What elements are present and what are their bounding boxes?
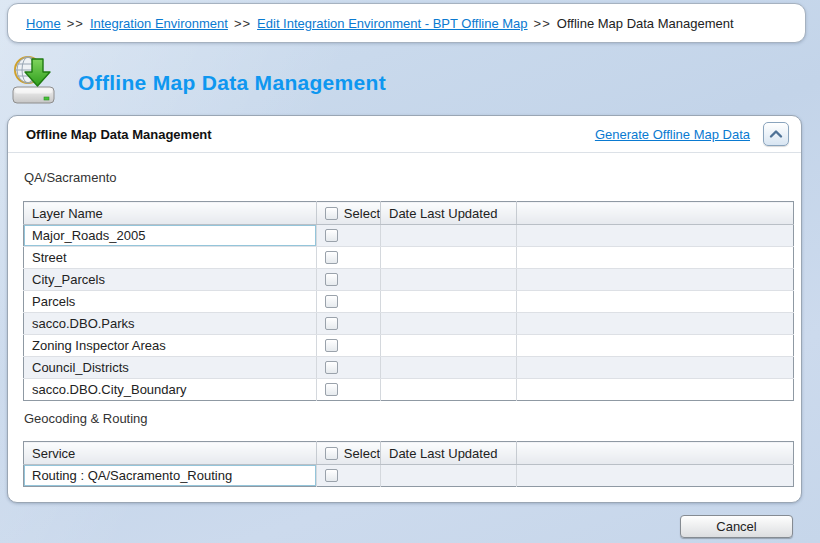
breadcrumb-link-edit-integration-environment[interactable]: Edit Integration Environment - BPT Offli… xyxy=(257,16,528,31)
empty-cell xyxy=(517,357,794,379)
table-row: Street xyxy=(24,247,794,269)
empty-cell xyxy=(517,269,794,291)
panel-title: Offline Map Data Management xyxy=(26,127,595,142)
table-row: City_Parcels xyxy=(24,269,794,291)
empty-cell xyxy=(517,225,794,247)
breadcrumb-link-integration-environment[interactable]: Integration Environment xyxy=(90,16,228,31)
breadcrumb-current-page: Offline Map Data Management xyxy=(557,16,734,31)
date-cell xyxy=(381,247,517,269)
date-cell xyxy=(381,379,517,401)
service-name-cell[interactable]: Routing : QA/Sacramento_Routing xyxy=(24,465,317,487)
layer-name-cell[interactable]: Major_Roads_2005 xyxy=(24,225,317,247)
empty-cell xyxy=(517,247,794,269)
select-cell xyxy=(317,291,381,313)
page-title: Offline Map Data Management xyxy=(78,71,386,95)
table-row: Parcels xyxy=(24,291,794,313)
layer-name-cell[interactable]: Council_Districts xyxy=(24,357,317,379)
layers-table: Layer Name Select Date Last Updated Majo… xyxy=(23,201,794,401)
layer-name-cell[interactable]: City_Parcels xyxy=(24,269,317,291)
table-row: sacco.DBO.City_Boundary xyxy=(24,379,794,401)
breadcrumb-separator: >> xyxy=(67,16,84,31)
column-header-service: Service xyxy=(24,442,317,465)
table-row: Major_Roads_2005 xyxy=(24,225,794,247)
empty-cell xyxy=(517,313,794,335)
panel-header: Offline Map Data Management Generate Off… xyxy=(8,116,801,153)
date-cell xyxy=(381,291,517,313)
date-cell xyxy=(381,335,517,357)
empty-cell xyxy=(517,465,794,487)
services-table: Service Select Date Last Updated Routing… xyxy=(23,441,794,487)
breadcrumb: Home >> Integration Environment >> Edit … xyxy=(7,3,806,43)
column-header-layer-name: Layer Name xyxy=(24,202,317,225)
section-label-qa-sacramento: QA/Sacramento xyxy=(24,170,786,185)
select-header-label: Select xyxy=(344,446,380,461)
column-header-date-last-updated: Date Last Updated xyxy=(381,202,517,225)
generate-offline-map-data-link[interactable]: Generate Offline Map Data xyxy=(595,127,750,142)
layer-name-cell[interactable]: sacco.DBO.Parks xyxy=(24,313,317,335)
select-cell xyxy=(317,247,381,269)
select-cell xyxy=(317,357,381,379)
select-header-label: Select xyxy=(344,206,380,221)
layer-name-cell[interactable]: sacco.DBO.City_Boundary xyxy=(24,379,317,401)
select-cell xyxy=(317,465,381,487)
column-header-select: Select xyxy=(317,442,381,465)
chevron-up-icon xyxy=(769,129,783,139)
row-select-checkbox[interactable] xyxy=(325,251,338,264)
row-select-checkbox[interactable] xyxy=(325,273,338,286)
offline-map-data-panel: Offline Map Data Management Generate Off… xyxy=(7,115,802,503)
column-header-empty xyxy=(517,442,794,465)
row-select-checkbox[interactable] xyxy=(325,229,338,242)
row-select-checkbox[interactable] xyxy=(325,295,338,308)
select-all-checkbox[interactable] xyxy=(325,207,338,220)
select-cell xyxy=(317,313,381,335)
row-select-checkbox[interactable] xyxy=(325,317,338,330)
layer-name-cell[interactable]: Parcels xyxy=(24,291,317,313)
select-cell xyxy=(317,269,381,291)
page-header: Offline Map Data Management xyxy=(10,55,386,107)
table-header-row: Service Select Date Last Updated xyxy=(24,442,794,465)
date-cell xyxy=(381,465,517,487)
date-cell xyxy=(381,313,517,335)
table-row: Zoning Inspector Areas xyxy=(24,335,794,357)
empty-cell xyxy=(517,335,794,357)
breadcrumb-link-home[interactable]: Home xyxy=(26,16,61,31)
table-row: Routing : QA/Sacramento_Routing xyxy=(24,465,794,487)
empty-cell xyxy=(517,291,794,313)
row-select-checkbox[interactable] xyxy=(325,469,338,482)
date-cell xyxy=(381,357,517,379)
layer-name-cell[interactable]: Zoning Inspector Areas xyxy=(24,335,317,357)
row-select-checkbox[interactable] xyxy=(325,361,338,374)
select-all-checkbox[interactable] xyxy=(325,447,338,460)
select-cell xyxy=(317,379,381,401)
breadcrumb-separator: >> xyxy=(534,16,551,31)
row-select-checkbox[interactable] xyxy=(325,383,338,396)
date-cell xyxy=(381,225,517,247)
column-header-date-last-updated: Date Last Updated xyxy=(381,442,517,465)
table-header-row: Layer Name Select Date Last Updated xyxy=(24,202,794,225)
date-cell xyxy=(381,269,517,291)
collapse-panel-button[interactable] xyxy=(763,122,789,146)
table-row: sacco.DBO.Parks xyxy=(24,313,794,335)
empty-cell xyxy=(517,379,794,401)
select-cell xyxy=(317,335,381,357)
column-header-empty xyxy=(517,202,794,225)
layer-name-cell[interactable]: Street xyxy=(24,247,317,269)
section-label-geocoding-routing: Geocoding & Routing xyxy=(24,411,786,426)
panel-body: QA/Sacramento Layer Name Select Date Las… xyxy=(8,170,801,487)
table-row: Council_Districts xyxy=(24,357,794,379)
cancel-button[interactable]: Cancel xyxy=(680,515,793,538)
column-header-select: Select xyxy=(317,202,381,225)
select-cell xyxy=(317,225,381,247)
row-select-checkbox[interactable] xyxy=(325,339,338,352)
offline-map-download-icon xyxy=(10,55,59,107)
breadcrumb-separator: >> xyxy=(234,16,251,31)
